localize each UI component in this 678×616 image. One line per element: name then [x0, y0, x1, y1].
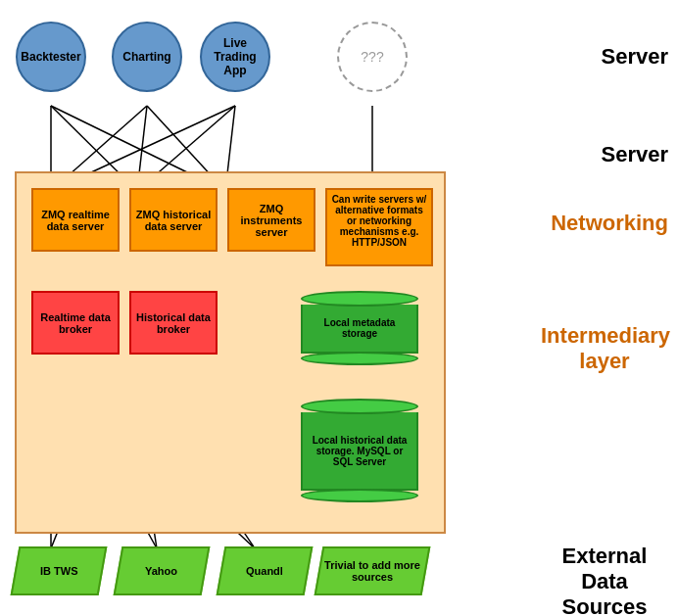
alt-formats-box: Can write servers w/ alternative formats… [325, 188, 433, 266]
datasource-ib-tws: IB TWS [11, 546, 108, 595]
label-intermediary: Intermediary layer [541, 323, 668, 374]
label-external: External Data Sources [541, 544, 668, 616]
historical-broker-box: Historical data broker [129, 291, 218, 355]
client-live-trading: Live Trading App [200, 22, 270, 92]
zmq-historical-box: ZMQ historical data server [129, 188, 218, 252]
label-clients: Server [601, 44, 668, 70]
zmq-instruments-box: ZMQ instruments server [227, 188, 315, 252]
diagram-area: Backtester Charting Live Trading App ???… [0, 0, 678, 616]
historical-storage-cylinder: Local historical data storage. MySQL or … [301, 399, 418, 506]
metadata-storage-cylinder: Local metadata storage [301, 291, 418, 369]
client-charting: Charting [112, 22, 182, 92]
datasource-yahoo: Yahoo [114, 546, 211, 595]
client-backtester: Backtester [16, 22, 86, 92]
zmq-realtime-box: ZMQ realtime data server [31, 188, 120, 252]
main-container-box: ZMQ realtime data server ZMQ historical … [15, 171, 446, 534]
label-server: Server [601, 142, 668, 167]
datasource-quandl: Quandl [217, 546, 314, 595]
client-unknown: ??? [337, 22, 408, 92]
datasource-more-sources: Trivial to add more sources [315, 546, 431, 595]
label-networking: Networking [551, 211, 668, 236]
realtime-broker-box: Realtime data broker [31, 291, 120, 355]
